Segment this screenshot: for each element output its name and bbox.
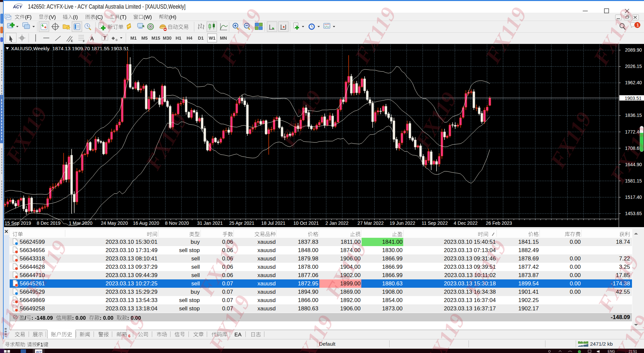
svg-text:24 May 2020: 24 May 2020: [101, 220, 128, 226]
svg-text:1517.40: 1517.40: [625, 194, 642, 200]
svg-text:27 Mar 2022: 27 Mar 2022: [358, 220, 384, 226]
svg-text:11 Sep 2022: 11 Sep 2022: [422, 220, 448, 226]
svg-text:8 Dec 2019: 8 Dec 2019: [37, 220, 61, 226]
svg-text:10 Oct 2021: 10 Oct 2021: [293, 220, 319, 226]
svg-text:2026.15: 2026.15: [625, 64, 642, 69]
svg-text:31 Jan 2021: 31 Jan 2021: [197, 220, 223, 226]
svg-text:1644.90: 1644.90: [625, 162, 642, 167]
svg-text:2089.90: 2089.90: [625, 47, 642, 53]
svg-text:19 Jun 2022: 19 Jun 2022: [390, 220, 415, 226]
svg-text:1836.15: 1836.15: [625, 113, 642, 118]
svg-text:26 Feb 2023: 26 Feb 2023: [486, 220, 512, 226]
svg-text:2 Jan 2022: 2 Jan 2022: [325, 220, 348, 226]
svg-text:1 Mar 2020: 1 Mar 2020: [69, 220, 93, 226]
svg-text:16 Aug 2020: 16 Aug 2020: [133, 220, 159, 226]
svg-text:18 Jul 2021: 18 Jul 2021: [261, 220, 286, 226]
svg-text:1581.15: 1581.15: [625, 178, 642, 183]
svg-text:1453.65: 1453.65: [625, 211, 642, 216]
svg-text:25 Apr 2021: 25 Apr 2021: [229, 220, 254, 226]
svg-text:1962.40: 1962.40: [625, 80, 642, 85]
svg-text:4 Dec 2022: 4 Dec 2022: [454, 220, 478, 226]
svg-text:15 Sep 2019: 15 Sep 2019: [5, 220, 31, 226]
svg-text:8 Nov 2020: 8 Nov 2020: [165, 220, 189, 226]
